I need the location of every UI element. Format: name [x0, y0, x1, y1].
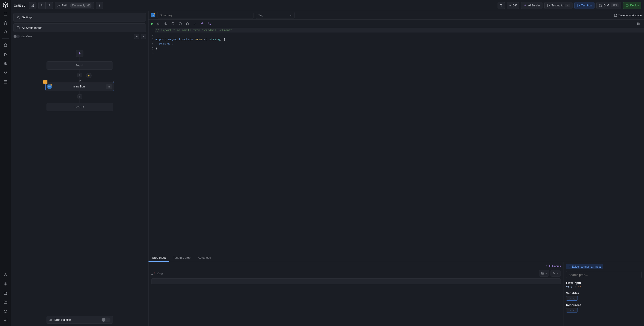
rail-gear-icon[interactable] — [2, 280, 9, 288]
dollar-tool-2-icon[interactable] — [162, 20, 169, 27]
ai-suggest-node[interactable] — [76, 50, 84, 57]
variables-expand[interactable]: {...} — [566, 296, 578, 301]
rail-calendar-icon[interactable] — [2, 78, 9, 85]
fill-inputs-button[interactable]: Fill inputs — [546, 265, 561, 268]
book-button[interactable] — [498, 2, 505, 9]
sparkles-tool-icon[interactable] — [206, 20, 213, 27]
rail-play-icon[interactable] — [2, 51, 9, 58]
settings-row[interactable]: Settings — [13, 13, 146, 21]
add-step-button[interactable]: + — [78, 73, 82, 77]
warning-icon: ! — [43, 80, 48, 84]
wand-tool-icon[interactable] — [199, 20, 205, 27]
rail-home-icon[interactable] — [2, 41, 9, 49]
draft-button[interactable]: Draft⌘S — [596, 2, 621, 9]
zoom-in-button[interactable]: + — [134, 34, 139, 39]
diff-button[interactable]: +Diff — [507, 2, 519, 9]
undo-button[interactable] — [38, 2, 46, 9]
required-marker: * — [154, 272, 156, 275]
error-handler-row: Error Handler — [46, 316, 113, 324]
redo-button[interactable] — [46, 2, 53, 9]
static-label: All Static Inputs — [22, 26, 42, 29]
test-up-to-button[interactable]: Test up toa — [544, 2, 572, 9]
editor-lang-badge: TS — [151, 13, 155, 17]
path-button[interactable]: Path f/assembly_ai/ — [55, 2, 94, 9]
search-prop-input[interactable] — [566, 271, 642, 278]
deploy-button[interactable]: Deploy — [623, 2, 641, 9]
editor-toolbar — [148, 20, 644, 28]
static-inputs-row[interactable]: All Static Inputs — [13, 23, 146, 32]
svg-point-10 — [99, 5, 100, 6]
test-flow-button[interactable]: Test flow — [574, 2, 595, 9]
error-handler-toggle[interactable] — [101, 318, 110, 322]
rail-login-icon[interactable] — [2, 317, 9, 324]
ai-builder-button[interactable]: AI Builder — [521, 2, 542, 9]
input-node[interactable]: Input — [46, 61, 113, 70]
prop-row: x* string ${} → — [151, 270, 561, 277]
rail-star-icon[interactable] — [2, 19, 9, 26]
app-logo[interactable] — [2, 2, 9, 8]
connect-chip[interactable]: → — [550, 270, 561, 277]
dataflow-row: dataflow + − — [13, 34, 146, 39]
svg-point-13 — [17, 17, 18, 18]
tag-select[interactable]: Tag — [256, 12, 295, 19]
package-tool-2-icon[interactable] — [177, 20, 183, 27]
svg-point-9 — [99, 4, 100, 5]
expr-chip[interactable]: ${} — [539, 270, 549, 277]
dataflow-toggle[interactable] — [13, 34, 20, 38]
svg-point-12 — [18, 16, 19, 17]
tab-step-input[interactable]: Step Input — [148, 254, 169, 262]
editor-gutter: 123456 — [148, 28, 156, 254]
edit-title-button[interactable] — [29, 2, 36, 9]
rail-folder-icon[interactable] — [2, 299, 9, 306]
rail-puzzle-icon[interactable] — [2, 289, 9, 297]
ts-badge-icon: TS — [48, 84, 52, 89]
code-editor[interactable]: 123456 // import * as wmill from "windmi… — [148, 28, 644, 254]
svg-point-2 — [4, 71, 5, 72]
package-tool-icon[interactable] — [170, 20, 176, 27]
result-node[interactable]: Result — [46, 103, 113, 111]
prop-value-input[interactable] — [151, 278, 561, 284]
dollar-tool-icon[interactable] — [155, 20, 161, 27]
more-menu-button[interactable] — [96, 2, 103, 9]
rail-dollar-icon[interactable] — [2, 60, 9, 67]
bug-icon — [49, 318, 53, 322]
move-handle-icon[interactable] — [78, 79, 81, 83]
rail-branch-icon[interactable] — [2, 69, 9, 76]
inline-bun-node[interactable]: ! ✕ TS Inline Bun a — [46, 82, 114, 91]
add-step-button-2[interactable]: + — [78, 94, 82, 99]
delete-node-button[interactable]: ✕ — [112, 79, 115, 83]
tab-advanced[interactable]: Advanced — [194, 254, 215, 262]
library-tool-icon[interactable] — [635, 20, 642, 27]
error-handler-label: Error Handler — [54, 318, 71, 322]
svg-point-8 — [5, 311, 6, 312]
summary-input[interactable] — [157, 12, 254, 19]
tab-test-step[interactable]: Test this step — [169, 254, 194, 262]
arrow-icon: → — [556, 272, 559, 275]
rail-search-icon[interactable] — [2, 28, 9, 36]
editor-code[interactable]: // import * as wmill from "windmill-clie… — [156, 28, 644, 254]
flow-title: Untitled — [14, 3, 26, 7]
svg-point-1 — [4, 31, 7, 33]
bun-node-label: Inline Bun — [54, 85, 104, 88]
dataflow-label: dataflow — [22, 35, 32, 38]
flow-input-file[interactable]: file : "" — [566, 286, 642, 289]
prop-name: x — [151, 272, 153, 275]
box-icon — [16, 26, 20, 29]
svg-rect-0 — [4, 12, 7, 15]
rail-building-icon[interactable] — [2, 10, 9, 17]
resources-title: Resources — [566, 303, 642, 307]
expand-icon — [545, 272, 547, 275]
save-workspace-button[interactable]: Save to workspace — [614, 14, 642, 17]
connect-column: ← Edit or connect an input Flow Input fi… — [564, 262, 644, 326]
format-tool-icon[interactable] — [192, 20, 198, 27]
refresh-tool-icon[interactable] — [184, 20, 191, 27]
settings-label: Settings — [22, 15, 32, 19]
zoom-out-button[interactable]: − — [141, 34, 146, 39]
resources-expand[interactable]: {...} — [566, 308, 578, 313]
flow-panel: Settings All Static Inputs dataflow + − — [11, 11, 148, 326]
rail-eye-icon[interactable] — [2, 308, 9, 315]
rail-user-icon[interactable] — [2, 271, 9, 278]
trigger-icon[interactable] — [86, 73, 92, 78]
bottom-tabs: Step Input Test this step Advanced — [148, 254, 644, 262]
flow-canvas[interactable]: Input + ! ✕ TS Inline Bun a + Result — [11, 41, 148, 326]
